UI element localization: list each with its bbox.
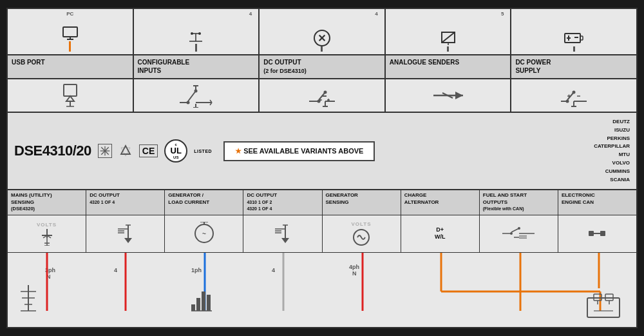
dcout-label: DC OUTPUT(2 for DSE4310) xyxy=(260,55,386,78)
svg-point-87 xyxy=(510,232,513,235)
variants-text: SEE AVAILABLE VARIANTS ABOVE xyxy=(243,147,363,155)
svg-rect-103 xyxy=(196,298,200,311)
gen-sense-label: 4ph xyxy=(349,264,359,270)
dc-power-supply-connector xyxy=(511,9,636,54)
usb-symbol-cell xyxy=(8,79,134,112)
svg-marker-44 xyxy=(455,92,463,99)
svg-point-89 xyxy=(518,227,520,230)
usb-orange-line xyxy=(69,41,71,52)
svg-line-9 xyxy=(442,32,455,43)
dc-output-connector: 4 ✕ xyxy=(260,9,386,54)
dc1-symbol-cell xyxy=(86,215,165,252)
svg-rect-94 xyxy=(589,231,594,236)
symbol-row xyxy=(8,79,636,113)
config-line xyxy=(195,44,197,52)
brand-isuzu: ISUZU xyxy=(594,126,630,135)
usb-label: USB PORT xyxy=(8,55,134,78)
analogue-senders-connector: 5 xyxy=(386,9,512,54)
ul-badge: c UL US xyxy=(164,139,187,163)
brand-volvo: VOLVO xyxy=(594,159,630,168)
dcout-line xyxy=(321,46,323,52)
svg-text:~: ~ xyxy=(202,230,206,237)
analogue-label: ANALOGUE SENDERS xyxy=(386,55,512,78)
config-num: 4 xyxy=(249,11,252,17)
model-title: DSE4310/20 xyxy=(14,143,91,159)
brand-caterpillar: CATERPILLAR xyxy=(594,143,630,151)
dcpower-symbol xyxy=(558,83,590,108)
brand-deutz: DEUTZ xyxy=(594,118,630,126)
dcout-symbol-cell xyxy=(260,79,386,112)
svg-point-47 xyxy=(566,100,569,103)
svg-marker-82 xyxy=(281,238,289,243)
main-container: PC 4 4 ✕ xyxy=(6,8,638,328)
dc2-arrow-icon xyxy=(272,224,293,243)
engine-icon xyxy=(587,294,620,317)
svg-rect-107 xyxy=(587,298,620,317)
charge-alt-symbol-cell: D+ W/L xyxy=(401,215,480,252)
svg-point-7 xyxy=(198,32,201,35)
weee-icon xyxy=(98,144,112,158)
svg-rect-105 xyxy=(207,295,211,311)
sender-icon xyxy=(439,30,457,46)
svg-rect-16 xyxy=(64,84,77,96)
config-label: CONFIGURABLEINPUTS xyxy=(134,55,260,78)
middle-section: DSE4310/20 CE c UL US LISTED ★ SEE AVAIL… xyxy=(8,113,636,190)
sender-line xyxy=(447,46,449,52)
dc1-arrow-icon xyxy=(115,224,136,243)
star-icon: ★ xyxy=(235,147,242,155)
gen-sensing-symbol-cell: VOLTS xyxy=(323,215,401,252)
svg-line-88 xyxy=(511,228,519,232)
pc-label: PC xyxy=(66,11,73,17)
dcpower-symbol-cell xyxy=(511,79,636,112)
gen-tower-icon xyxy=(191,292,212,311)
ce-mark: CE xyxy=(139,144,158,157)
fuel-start-symbol-cell xyxy=(480,215,558,252)
svg-point-6 xyxy=(191,32,193,35)
bottom-label-gen-load: GENERATOR /LOAD CURRENT xyxy=(165,190,243,214)
gen-load-symbol-cell: ~ xyxy=(165,215,243,252)
can-symbol-cell xyxy=(558,215,636,252)
relay-symbol xyxy=(176,83,215,108)
dc2-symbol-cell xyxy=(243,215,322,252)
mains-tower-icon xyxy=(21,285,36,311)
bottom-label-dc2: DC OUTPUT4310 1 OF 24320 1 OF 4 xyxy=(243,190,322,214)
gen-volts-label: VOLTS xyxy=(352,221,372,227)
config-inputs-connector: 4 xyxy=(134,9,260,54)
analogue-symbol-cell xyxy=(386,79,512,112)
gen-sensing-icon xyxy=(352,228,370,246)
bottom-label-dc1: DC OUTPUT4320 1 OF 4 xyxy=(86,190,165,214)
relay-out-icon xyxy=(502,227,535,240)
brand-perkins: PERKINS xyxy=(594,135,630,143)
d-plus-label: D+ xyxy=(436,226,444,233)
svg-point-49 xyxy=(573,91,576,94)
bottom-label-charge: CHARGEALTERNATOR xyxy=(401,190,480,214)
ul-listed: LISTED xyxy=(194,149,212,153)
ct-symbol-icon: ~ xyxy=(193,222,216,245)
svg-line-22 xyxy=(188,91,196,101)
pc-icon xyxy=(61,26,79,41)
mains-antenna-icon xyxy=(41,229,53,246)
usb-port-connector: PC xyxy=(8,9,134,54)
switch-icon xyxy=(187,28,205,44)
usb-symbol xyxy=(61,83,80,108)
dc1-num-label: 4 xyxy=(114,267,117,273)
bottom-label-gen-sensing: GENERATORSENSING xyxy=(323,190,401,214)
dcout-num: 4 xyxy=(375,11,377,17)
dcout-symbol xyxy=(306,83,338,108)
analogue-symbol xyxy=(432,90,464,101)
mains-volts-label: VOLTS xyxy=(37,222,57,228)
svg-point-21 xyxy=(187,101,190,104)
bottom-symbols-row: VOLTS xyxy=(8,215,636,253)
wiring-diagram: 3ph N 4 1ph 4 xyxy=(8,253,636,327)
svg-marker-71 xyxy=(124,238,132,243)
power-line xyxy=(573,46,575,52)
svg-rect-102 xyxy=(191,304,195,311)
power-supply-icon xyxy=(564,28,584,46)
svg-rect-12 xyxy=(580,36,583,40)
wl-label: W/L xyxy=(435,233,446,241)
svg-rect-96 xyxy=(600,231,605,236)
bottom-label-can: ELECTRONICENGINE CAN xyxy=(558,190,636,214)
dcpower-label: DC POWERSUPPLY xyxy=(511,55,636,78)
svg-rect-104 xyxy=(202,292,205,311)
recycle-icon xyxy=(118,144,133,158)
